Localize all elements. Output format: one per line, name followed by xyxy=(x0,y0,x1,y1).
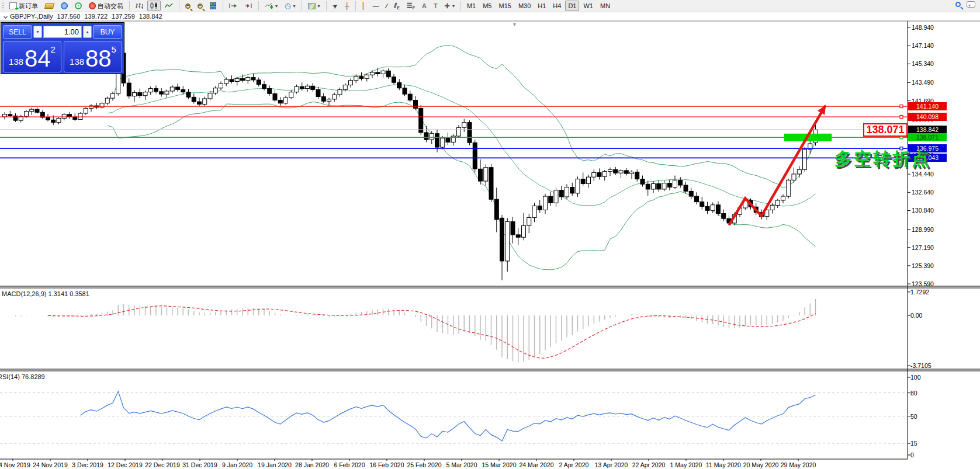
buy-button[interactable]: BUY xyxy=(93,25,122,39)
text-label-icon: T xyxy=(434,2,438,9)
new-order-button[interactable]: 新订单 xyxy=(6,1,41,11)
equidistant-channel-button[interactable]: ⫽E xyxy=(391,1,403,11)
bar-chart-button[interactable] xyxy=(133,1,146,11)
cursor-icon: ➤ xyxy=(331,1,340,11)
price-annotation[interactable]: 138.071 xyxy=(863,123,908,137)
timeframe-button-m30[interactable]: M30 xyxy=(515,1,534,11)
timeframe-button-m15[interactable]: M15 xyxy=(496,1,514,11)
trendline-button[interactable]: ∕ xyxy=(383,1,390,11)
sell-button[interactable]: SELL xyxy=(3,25,32,39)
sell-price-sup: 2 xyxy=(51,38,56,61)
fibonacci-button[interactable]: ☰F xyxy=(404,1,418,11)
timeframe-button-m1[interactable]: M1 xyxy=(464,1,479,11)
one-click-trading-panel: SELL ▼ ▲ BUY 138842 138885 xyxy=(1,22,124,74)
buy-price-display[interactable]: 138885 xyxy=(64,41,122,72)
arrows-button[interactable]: ✛ ▾ xyxy=(442,1,458,11)
timeframe-button-w1[interactable]: W1 xyxy=(580,1,596,11)
timeframe-button-mn[interactable]: MN xyxy=(597,1,613,11)
toolbar-separator xyxy=(129,1,130,11)
chart-shift-button[interactable] xyxy=(241,1,255,11)
buy-price-prefix: 138 xyxy=(70,54,84,70)
text-button[interactable]: A xyxy=(419,1,430,11)
price-tick-label: 130.840 xyxy=(912,207,934,214)
autotrading-icon xyxy=(89,2,96,9)
chart-bullet-icon xyxy=(4,15,8,19)
auto-scroll-button[interactable] xyxy=(226,1,240,11)
candlestick-chart-button[interactable] xyxy=(147,1,161,11)
add-indicator-icon xyxy=(265,2,273,9)
timeframe-button-m5[interactable]: M5 xyxy=(480,1,494,11)
signals-icon xyxy=(75,2,82,9)
search-icon[interactable] xyxy=(955,2,961,7)
text-label-button[interactable]: T xyxy=(431,1,441,11)
price-badge-140.098: 140.098 xyxy=(908,113,947,121)
timeframe-button-h1[interactable]: H1 xyxy=(535,1,549,11)
buy-price-big: 88 xyxy=(85,47,112,70)
crosshair-button[interactable]: ┼ xyxy=(342,1,352,11)
horizontal-line-icon: — xyxy=(372,2,379,9)
toolbar-separator xyxy=(258,1,259,11)
line-chart-icon xyxy=(165,2,173,9)
auto-scroll-icon xyxy=(229,2,237,9)
rsi-label: RSI(14) 76.8289 xyxy=(0,373,45,380)
volume-up-button[interactable]: ▲ xyxy=(83,26,92,38)
signals-button[interactable] xyxy=(72,1,85,11)
low-value: 137.259 xyxy=(112,13,135,20)
price-tick-label: 145.340 xyxy=(912,60,934,67)
autotrading-button[interactable]: 自动交易 xyxy=(86,1,126,11)
timeframe-button-d1[interactable]: D1 xyxy=(565,1,579,11)
price-tick-label: 123.590 xyxy=(912,280,934,287)
sell-price-display[interactable]: 138842 xyxy=(3,41,61,72)
periods-button[interactable]: ◷ ▾ xyxy=(282,1,299,11)
community-button[interactable] xyxy=(58,1,71,11)
add-indicator-button[interactable]: ▾ xyxy=(262,1,281,11)
macd-scale-label: 1.7292 xyxy=(910,289,929,296)
equidistant-channel-icon: ⫽E xyxy=(394,2,400,10)
price-tick-label: 143.490 xyxy=(912,79,934,86)
rsi-scale-label: 100 xyxy=(910,374,921,381)
buy-price-sup: 5 xyxy=(112,38,116,61)
templates-button[interactable]: ▾ xyxy=(305,1,323,11)
toolbar-separator xyxy=(302,1,302,11)
autotrading-label: 自动交易 xyxy=(98,2,123,11)
chevron-down-icon: ▾ xyxy=(275,4,278,9)
price-tick-label: 134.440 xyxy=(912,171,934,178)
toolbar-separator xyxy=(355,1,356,11)
symbol-period: GBPJPY-,Daily xyxy=(10,13,53,20)
macd-label: MACD(12,26,9) 1.3141 0.3581 xyxy=(2,290,89,297)
vertical-line-button[interactable]: │ xyxy=(359,1,369,11)
templates-icon xyxy=(308,3,316,9)
chart-shift-icon xyxy=(244,2,252,9)
open-value: 137.560 xyxy=(57,13,81,20)
cursor-button[interactable]: ➤ xyxy=(330,1,341,11)
volume-down-button[interactable]: ▼ xyxy=(33,26,42,38)
rsi-scale-label: 80 xyxy=(910,390,917,397)
text-icon: A xyxy=(422,2,427,9)
chart-canvas xyxy=(0,0,980,469)
horizontal-line-button[interactable]: — xyxy=(369,1,382,11)
new-order-icon xyxy=(9,2,17,9)
fibonacci-icon: ☰F xyxy=(407,2,415,10)
line-chart-button[interactable] xyxy=(162,1,176,11)
cjk-annotation[interactable]: 多空转折点 xyxy=(834,147,931,171)
price-tick-label: 148.940 xyxy=(912,24,934,31)
close-value: 138.842 xyxy=(139,13,162,20)
gold-button[interactable] xyxy=(42,1,57,11)
timeframe-group: M1M5M15M30H1H4D1W1MN xyxy=(463,1,614,11)
tile-windows-button[interactable] xyxy=(207,1,220,11)
timeframe-button-h4[interactable]: H4 xyxy=(550,1,564,11)
chevron-down-icon: ▾ xyxy=(452,4,455,9)
zoom-in-button[interactable]: + xyxy=(182,1,193,11)
sell-price-big: 84 xyxy=(25,47,51,70)
zoom-in-icon: + xyxy=(185,4,191,9)
zoom-out-button[interactable]: − xyxy=(195,1,206,11)
chevron-down-icon: ▾ xyxy=(293,4,296,9)
gold-icon xyxy=(44,3,54,9)
toolbar-separator xyxy=(179,1,179,11)
volume-input[interactable] xyxy=(43,26,82,38)
price-badge-138.842: 138.842 xyxy=(908,126,947,134)
symbol-info-bar: GBPJPY-,Daily 137.560 139.722 137.259 13… xyxy=(0,12,980,20)
high-value: 139.722 xyxy=(84,13,108,20)
price-badge-141.140: 141.140 xyxy=(908,102,947,110)
chat-icon[interactable] xyxy=(967,1,975,8)
